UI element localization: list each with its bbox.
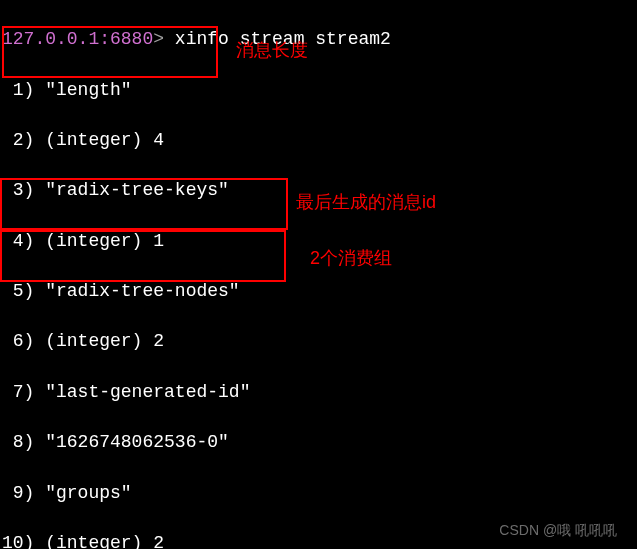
annotation-groups: 2个消费组 [310, 246, 392, 271]
output-line-1: 1) "length" [2, 78, 635, 103]
prompt-line[interactable]: 127.0.0.1:6880> xinfo stream stream2 [2, 27, 635, 52]
watermark-text: CSDN @哦 吼吼吼 [499, 521, 617, 541]
output-line-6: 6) (integer) 2 [2, 329, 635, 354]
prompt-host: 127.0.0.1:6880 [2, 29, 153, 49]
terminal-output: 127.0.0.1:6880> xinfo stream stream2 1) … [2, 2, 635, 549]
output-line-5: 5) "radix-tree-nodes" [2, 279, 635, 304]
prompt-separator: > [153, 29, 175, 49]
output-line-2: 2) (integer) 4 [2, 128, 635, 153]
annotation-length: 消息长度 [236, 38, 308, 63]
output-line-9: 9) "groups" [2, 481, 635, 506]
output-line-7: 7) "last-generated-id" [2, 380, 635, 405]
output-line-8: 8) "1626748062536-0" [2, 430, 635, 455]
annotation-last-id: 最后生成的消息id [296, 190, 436, 215]
